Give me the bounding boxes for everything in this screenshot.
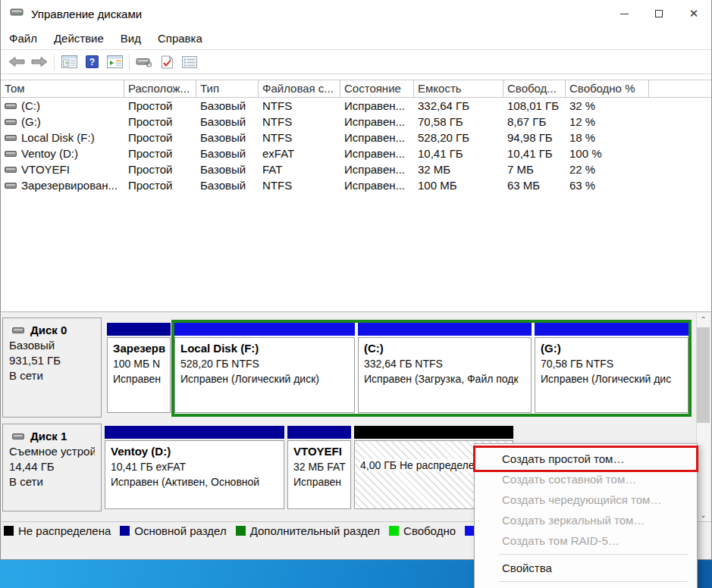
menu-item-0[interactable]: Файл — [1, 32, 45, 45]
partition-title: Local Disk (F:) — [180, 342, 354, 355]
partition-title: (G:) — [541, 342, 688, 355]
disk-status: В сети — [9, 369, 95, 382]
menu-item-2[interactable]: Вид — [112, 32, 149, 45]
legend-label: Не распределена — [18, 524, 111, 537]
back-icon[interactable] — [5, 52, 28, 72]
properties-icon[interactable] — [178, 52, 201, 72]
partition-line3: Исправен — [113, 373, 170, 385]
partition-header-logical — [174, 323, 355, 336]
legend-swatch — [389, 526, 399, 536]
cell-free: 63 МБ — [503, 179, 566, 192]
cell-free_pct: 22 % — [566, 163, 649, 176]
action-pane-icon[interactable] — [103, 52, 126, 72]
cell-type: Базовый — [196, 99, 259, 112]
scroll-up-icon[interactable]: ⌃ — [697, 313, 710, 326]
column-header-3[interactable]: Файловая с... — [259, 80, 340, 97]
column-header-6[interactable]: Свобод... — [503, 80, 566, 97]
disk-icon — [12, 324, 24, 336]
toolbar: ? — [1, 50, 711, 74]
legend-item-0: Не распределена — [4, 524, 111, 537]
context-menu-item-6[interactable]: Свойства — [476, 558, 695, 578]
help-icon[interactable]: ? — [80, 52, 103, 72]
cell-layout: Простой — [124, 115, 196, 128]
volume-drive-icon — [5, 163, 17, 176]
menu-item-3[interactable]: Справка — [149, 32, 211, 45]
vertical-scrollbar[interactable]: ⌃ ⌄ — [696, 313, 710, 521]
scrollbar-thumb[interactable] — [697, 327, 710, 423]
disk-drive-app-icon — [10, 7, 24, 20]
cell-fs: NTFS — [259, 115, 340, 128]
partition-header-primary — [107, 323, 171, 336]
cell-volume: (G:) — [1, 115, 124, 128]
cell-free: 8,67 ГБ — [503, 115, 566, 128]
disk-size: 14,44 ГБ — [9, 460, 95, 473]
toolbar-separator — [54, 54, 55, 70]
menu-item-1[interactable]: Действие — [45, 32, 112, 45]
volume-name: Зарезервирован... — [21, 179, 118, 192]
cell-free: 7 МБ — [503, 163, 566, 176]
task-check-icon[interactable] — [155, 52, 178, 72]
table-row[interactable]: Ventoy (D:)ПростойБазовыйexFATИсправен..… — [1, 145, 711, 161]
close-icon[interactable]: ✕ — [676, 0, 711, 27]
partition-header-logical — [535, 323, 688, 336]
column-header-4[interactable]: Состояние — [340, 80, 414, 97]
column-header-0[interactable]: Том — [1, 80, 124, 97]
partition-local-disk-f[interactable]: Local Disk (F:)528,20 ГБ NTFSИсправен (Л… — [174, 337, 355, 413]
partition-ventoy-d[interactable]: Ventoy (D:)10,41 ГБ exFATИсправен (Актив… — [105, 440, 284, 509]
toolbar-separator — [129, 54, 130, 70]
partition-зарезерв[interactable]: Зарезерв100 МБ NИсправен — [107, 337, 171, 413]
minimize-icon[interactable] — [607, 0, 641, 27]
column-header-1[interactable]: Располож... — [124, 80, 196, 97]
partition-header-primary — [287, 426, 351, 439]
volume-name: (G:) — [21, 115, 41, 128]
scroll-down-icon[interactable]: ⌄ — [697, 508, 710, 521]
table-row[interactable]: Зарезервирован...ПростойБазовыйNTFSИспра… — [1, 177, 711, 193]
cell-status: Исправен... — [340, 131, 414, 144]
disk-kind: Съемное устрой — [9, 445, 95, 458]
column-header-7[interactable]: Свободно % — [566, 80, 649, 97]
context-menu-separator — [499, 554, 688, 555]
volume-drive-icon — [5, 115, 17, 128]
partition-c[interactable]: (C:)332,64 ГБ NTFSИсправен (Загрузка, Фа… — [358, 337, 532, 413]
context-menu-item-0[interactable]: Создать простой том… — [476, 449, 695, 469]
cell-fs: NTFS — [259, 179, 340, 192]
partition-line3: Исправен (Логический дис — [541, 373, 688, 385]
partition-vtoyefi[interactable]: VTOYEFI32 МБ FATИсправен — [287, 440, 351, 509]
volume-table-body: (C:)ПростойБазовыйNTFSИсправен...332,64 … — [1, 98, 711, 193]
cell-fs: NTFS — [259, 131, 340, 144]
legend-swatch — [236, 526, 246, 536]
cell-type: Базовый — [196, 115, 259, 128]
cell-volume: VTOYEFI — [1, 163, 124, 176]
table-row[interactable]: (G:)ПростойБазовыйNTFSИсправен...70,58 Г… — [1, 114, 711, 130]
disk-info-1[interactable]: Диск 1Съемное устрой14,44 ГБВ сети — [2, 424, 102, 511]
cell-status: Исправен... — [340, 115, 414, 128]
volume-name: Local Disk (F:) — [21, 131, 95, 144]
context-menu-item-3: Создать зеркальный том… — [476, 510, 695, 530]
disk-info-0[interactable]: Диск 0Базовый931,51 ГБВ сети — [2, 317, 102, 418]
cell-layout: Простой — [124, 179, 196, 192]
column-header-5[interactable]: Емкость — [414, 80, 503, 97]
context-menu: Создать простой том…Создать составной то… — [474, 443, 698, 588]
legend-item-2: Дополнительный раздел — [236, 524, 380, 537]
table-row[interactable]: Local Disk (F:)ПростойБазовыйNTFSИсправе… — [1, 130, 711, 145]
partition-line2: 70,58 ГБ NTFS — [541, 358, 688, 370]
forward-icon[interactable] — [28, 52, 51, 72]
disk-size: 931,51 ГБ — [9, 354, 95, 367]
disk-popup-icon[interactable] — [133, 52, 155, 72]
table-row[interactable]: (C:)ПростойБазовыйNTFSИсправен...332,64 … — [1, 98, 711, 114]
column-header-2[interactable]: Тип — [196, 80, 259, 97]
cell-capacity: 32 МБ — [414, 163, 503, 176]
cell-free: 108,01 ГБ — [503, 99, 566, 112]
console-tree-icon[interactable] — [58, 52, 80, 72]
disk-status: В сети — [9, 475, 95, 488]
svg-text:?: ? — [89, 57, 94, 67]
partition-line3: Исправен (Загрузка, Файл подк — [364, 373, 531, 385]
maximize-icon[interactable] — [641, 0, 676, 27]
column-header-filler — [649, 80, 711, 97]
context-menu-item-2: Создать чередующийся том… — [476, 489, 695, 510]
table-row[interactable]: VTOYEFIПростойБазовыйFATИсправен...32 МБ… — [1, 161, 711, 177]
cell-free: 10,41 ГБ — [503, 147, 566, 160]
disk-name: Диск 0 — [30, 324, 67, 336]
cell-volume: Ventoy (D:) — [1, 147, 124, 160]
partition-g[interactable]: (G:)70,58 ГБ NTFSИсправен (Логический ди… — [535, 337, 688, 413]
